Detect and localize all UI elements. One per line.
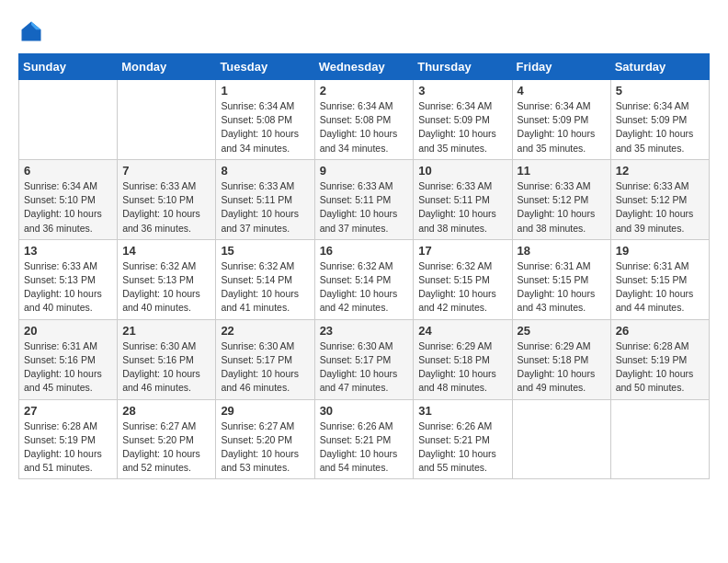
day-info: Sunrise: 6:33 AM Sunset: 5:11 PM Dayligh… [221,179,309,236]
calendar-header-row: SundayMondayTuesdayWednesdayThursdayFrid… [19,54,710,80]
day-info: Sunrise: 6:33 AM Sunset: 5:11 PM Dayligh… [320,179,409,236]
calendar-cell [118,80,216,160]
day-info: Sunrise: 6:27 AM Sunset: 5:20 PM Dayligh… [122,419,210,476]
day-number: 6 [24,164,112,178]
calendar-cell: 5Sunrise: 6:34 AM Sunset: 5:09 PM Daylig… [610,80,709,160]
day-info: Sunrise: 6:28 AM Sunset: 5:19 PM Dayligh… [616,339,704,396]
calendar-cell: 31Sunrise: 6:26 AM Sunset: 5:21 PM Dayli… [414,399,512,479]
day-info: Sunrise: 6:33 AM Sunset: 5:10 PM Dayligh… [122,179,210,236]
day-number: 23 [320,324,409,338]
calendar-cell [19,80,118,160]
day-info: Sunrise: 6:31 AM Sunset: 5:15 PM Dayligh… [518,259,606,316]
calendar-cell: 28Sunrise: 6:27 AM Sunset: 5:20 PM Dayli… [118,399,216,479]
day-number: 27 [24,404,112,418]
day-number: 26 [616,324,704,338]
calendar-week-row: 13Sunrise: 6:33 AM Sunset: 5:13 PM Dayli… [19,239,710,319]
calendar-cell: 1Sunrise: 6:34 AM Sunset: 5:08 PM Daylig… [216,80,314,160]
calendar-cell: 16Sunrise: 6:32 AM Sunset: 5:14 PM Dayli… [314,239,414,319]
day-info: Sunrise: 6:32 AM Sunset: 5:14 PM Dayligh… [320,259,409,316]
day-of-week-header: Saturday [610,54,709,80]
day-number: 20 [24,324,112,338]
day-info: Sunrise: 6:32 AM Sunset: 5:14 PM Dayligh… [221,259,309,316]
calendar-cell: 4Sunrise: 6:34 AM Sunset: 5:09 PM Daylig… [512,80,610,160]
day-of-week-header: Sunday [19,54,118,80]
calendar-cell: 19Sunrise: 6:31 AM Sunset: 5:15 PM Dayli… [610,239,709,319]
day-number: 3 [418,84,506,98]
calendar-cell: 26Sunrise: 6:28 AM Sunset: 5:19 PM Dayli… [610,319,709,399]
day-number: 16 [320,244,409,258]
calendar-cell [610,399,709,479]
calendar-cell: 10Sunrise: 6:33 AM Sunset: 5:11 PM Dayli… [414,159,512,239]
day-info: Sunrise: 6:31 AM Sunset: 5:16 PM Dayligh… [24,339,112,396]
logo [18,18,48,44]
day-number: 2 [320,84,409,98]
day-number: 25 [518,324,606,338]
calendar-table: SundayMondayTuesdayWednesdayThursdayFrid… [18,53,710,479]
calendar-cell: 24Sunrise: 6:29 AM Sunset: 5:18 PM Dayli… [414,319,512,399]
day-info: Sunrise: 6:26 AM Sunset: 5:21 PM Dayligh… [418,419,506,476]
calendar-week-row: 6Sunrise: 6:34 AM Sunset: 5:10 PM Daylig… [19,159,710,239]
day-info: Sunrise: 6:32 AM Sunset: 5:15 PM Dayligh… [418,259,506,316]
day-info: Sunrise: 6:34 AM Sunset: 5:10 PM Dayligh… [24,179,112,236]
calendar-cell: 3Sunrise: 6:34 AM Sunset: 5:09 PM Daylig… [414,80,512,160]
day-of-week-header: Thursday [414,54,512,80]
day-number: 11 [518,164,606,178]
calendar-cell: 20Sunrise: 6:31 AM Sunset: 5:16 PM Dayli… [19,319,118,399]
day-info: Sunrise: 6:26 AM Sunset: 5:21 PM Dayligh… [320,419,409,476]
day-info: Sunrise: 6:27 AM Sunset: 5:20 PM Dayligh… [221,419,309,476]
day-number: 29 [221,404,309,418]
day-info: Sunrise: 6:34 AM Sunset: 5:09 PM Dayligh… [518,99,606,155]
day-number: 18 [518,244,606,258]
day-of-week-header: Wednesday [314,54,414,80]
calendar-cell: 9Sunrise: 6:33 AM Sunset: 5:11 PM Daylig… [314,159,414,239]
day-number: 31 [418,404,506,418]
calendar-cell: 8Sunrise: 6:33 AM Sunset: 5:11 PM Daylig… [216,159,314,239]
calendar-cell: 21Sunrise: 6:30 AM Sunset: 5:16 PM Dayli… [118,319,216,399]
day-number: 7 [122,164,210,178]
calendar-week-row: 1Sunrise: 6:34 AM Sunset: 5:08 PM Daylig… [19,80,710,160]
calendar-cell: 14Sunrise: 6:32 AM Sunset: 5:13 PM Dayli… [118,239,216,319]
day-number: 24 [418,324,506,338]
calendar-cell: 29Sunrise: 6:27 AM Sunset: 5:20 PM Dayli… [216,399,314,479]
day-info: Sunrise: 6:28 AM Sunset: 5:19 PM Dayligh… [24,419,112,476]
logo-icon [18,18,44,44]
calendar-cell: 27Sunrise: 6:28 AM Sunset: 5:19 PM Dayli… [19,399,118,479]
day-number: 5 [616,84,704,98]
calendar-cell: 6Sunrise: 6:34 AM Sunset: 5:10 PM Daylig… [19,159,118,239]
day-info: Sunrise: 6:29 AM Sunset: 5:18 PM Dayligh… [418,339,506,396]
day-number: 8 [221,164,309,178]
day-info: Sunrise: 6:30 AM Sunset: 5:16 PM Dayligh… [122,339,210,396]
day-number: 30 [320,404,409,418]
day-info: Sunrise: 6:30 AM Sunset: 5:17 PM Dayligh… [221,339,309,396]
calendar-cell: 17Sunrise: 6:32 AM Sunset: 5:15 PM Dayli… [414,239,512,319]
calendar-cell: 15Sunrise: 6:32 AM Sunset: 5:14 PM Dayli… [216,239,314,319]
calendar-cell [512,399,610,479]
day-info: Sunrise: 6:29 AM Sunset: 5:18 PM Dayligh… [518,339,606,396]
calendar-cell: 7Sunrise: 6:33 AM Sunset: 5:10 PM Daylig… [118,159,216,239]
day-info: Sunrise: 6:32 AM Sunset: 5:13 PM Dayligh… [122,259,210,316]
day-number: 10 [418,164,506,178]
calendar-cell: 12Sunrise: 6:33 AM Sunset: 5:12 PM Dayli… [610,159,709,239]
calendar-cell: 25Sunrise: 6:29 AM Sunset: 5:18 PM Dayli… [512,319,610,399]
calendar-cell: 22Sunrise: 6:30 AM Sunset: 5:17 PM Dayli… [216,319,314,399]
day-info: Sunrise: 6:33 AM Sunset: 5:13 PM Dayligh… [24,259,112,316]
day-number: 21 [122,324,210,338]
calendar-cell: 30Sunrise: 6:26 AM Sunset: 5:21 PM Dayli… [314,399,414,479]
day-number: 4 [518,84,606,98]
calendar-cell: 13Sunrise: 6:33 AM Sunset: 5:13 PM Dayli… [19,239,118,319]
calendar-cell: 23Sunrise: 6:30 AM Sunset: 5:17 PM Dayli… [314,319,414,399]
day-number: 28 [122,404,210,418]
day-number: 17 [418,244,506,258]
day-info: Sunrise: 6:34 AM Sunset: 5:08 PM Dayligh… [221,99,309,155]
day-info: Sunrise: 6:34 AM Sunset: 5:09 PM Dayligh… [616,99,704,155]
day-info: Sunrise: 6:30 AM Sunset: 5:17 PM Dayligh… [320,339,409,396]
day-number: 9 [320,164,409,178]
calendar-cell: 2Sunrise: 6:34 AM Sunset: 5:08 PM Daylig… [314,80,414,160]
day-of-week-header: Tuesday [216,54,314,80]
calendar-week-row: 27Sunrise: 6:28 AM Sunset: 5:19 PM Dayli… [19,399,710,479]
day-of-week-header: Friday [512,54,610,80]
day-number: 1 [221,84,309,98]
page-header [18,18,710,44]
day-number: 22 [221,324,309,338]
day-info: Sunrise: 6:34 AM Sunset: 5:08 PM Dayligh… [320,99,409,155]
